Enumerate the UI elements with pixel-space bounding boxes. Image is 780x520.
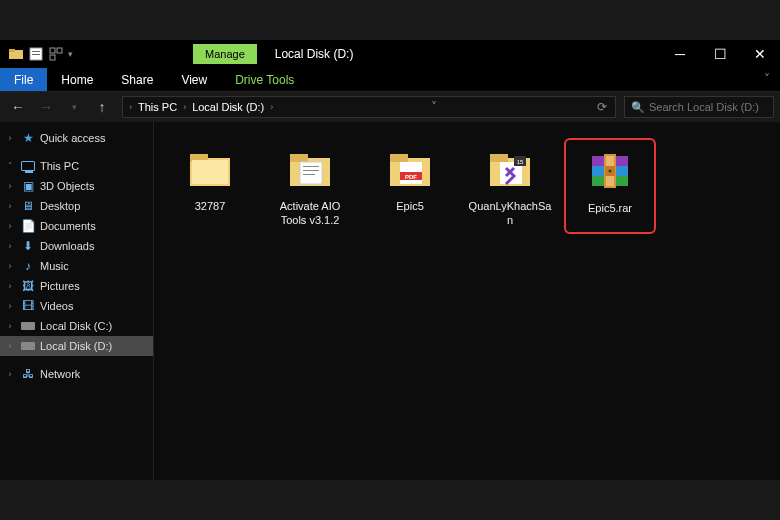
- qat-dropdown-icon[interactable]: ▾: [68, 49, 73, 59]
- svg-rect-12: [290, 154, 308, 162]
- sidebar-label: Downloads: [40, 240, 94, 252]
- sidebar-item-desktop[interactable]: › 🖥 Desktop: [0, 196, 153, 216]
- chevron-right-icon[interactable]: ›: [4, 201, 16, 211]
- folder-icon: [8, 46, 24, 62]
- chevron-right-icon[interactable]: ›: [127, 102, 134, 112]
- sidebar-label: Desktop: [40, 200, 80, 212]
- maximize-button[interactable]: ☐: [700, 40, 740, 68]
- sidebar-label: This PC: [40, 160, 79, 172]
- sidebar-item-pictures[interactable]: › 🖼 Pictures: [0, 276, 153, 296]
- star-icon: ★: [20, 130, 36, 146]
- sidebar-label: 3D Objects: [40, 180, 94, 192]
- refresh-icon[interactable]: ⟳: [593, 100, 611, 114]
- network-icon: 🖧: [20, 366, 36, 382]
- chevron-right-icon[interactable]: ›: [4, 133, 16, 143]
- manage-contextual-tab[interactable]: Manage: [193, 44, 257, 64]
- folder-pdf-icon: PDF: [384, 144, 436, 196]
- file-name: Epic5: [396, 200, 424, 214]
- svg-rect-5: [50, 48, 55, 53]
- tab-share[interactable]: Share: [107, 68, 167, 91]
- titlebar: ▾ Manage Local Disk (D:) ─ ☐ ✕: [0, 40, 780, 68]
- forward-button[interactable]: →: [34, 95, 58, 119]
- chevron-right-icon[interactable]: ›: [4, 369, 16, 379]
- window-title: Local Disk (D:): [275, 47, 354, 61]
- chevron-right-icon[interactable]: ›: [181, 102, 188, 112]
- address-dropdown-icon[interactable]: ˅: [427, 100, 441, 114]
- svg-rect-14: [303, 166, 319, 167]
- sidebar-item-network[interactable]: › 🖧 Network: [0, 364, 153, 384]
- back-button[interactable]: ←: [6, 95, 30, 119]
- svg-text:PDF: PDF: [405, 174, 417, 180]
- sidebar-label: Music: [40, 260, 69, 272]
- cube-icon: ▣: [20, 178, 36, 194]
- properties-icon[interactable]: [28, 46, 44, 62]
- close-button[interactable]: ✕: [740, 40, 780, 68]
- address-bar[interactable]: › This PC › Local Disk (D:) › ˅ ⟳: [122, 96, 616, 118]
- chevron-right-icon[interactable]: ›: [268, 102, 275, 112]
- svg-rect-18: [390, 154, 408, 162]
- tab-view[interactable]: View: [167, 68, 221, 91]
- svg-rect-3: [32, 51, 40, 52]
- checkbox-icon[interactable]: [48, 46, 64, 62]
- search-placeholder: Search Local Disk (D:): [649, 101, 759, 113]
- documents-icon: 📄: [20, 218, 36, 234]
- breadcrumb-local-disk-d[interactable]: Local Disk (D:): [188, 101, 268, 113]
- tab-home[interactable]: Home: [47, 68, 107, 91]
- sidebar-item-quick-access[interactable]: › ★ Quick access: [0, 128, 153, 148]
- svg-rect-23: [490, 154, 508, 162]
- folder-item[interactable]: PDF Epic5: [364, 138, 456, 234]
- sidebar-item-videos[interactable]: › 🎞 Videos: [0, 296, 153, 316]
- folder-vs-icon: 15: [484, 144, 536, 196]
- svg-rect-6: [57, 48, 62, 53]
- svg-rect-16: [303, 174, 315, 175]
- chevron-right-icon[interactable]: ›: [4, 321, 16, 331]
- file-name: QuanLyKhachSan: [466, 200, 554, 228]
- downloads-icon: ⬇: [20, 238, 36, 254]
- sidebar-item-music[interactable]: › ♪ Music: [0, 256, 153, 276]
- chevron-right-icon[interactable]: ›: [4, 261, 16, 271]
- svg-rect-10: [192, 160, 228, 184]
- sidebar-item-downloads[interactable]: › ⬇ Downloads: [0, 236, 153, 256]
- chevron-down-icon[interactable]: ˅: [4, 161, 16, 171]
- chevron-right-icon[interactable]: ›: [4, 281, 16, 291]
- pictures-icon: 🖼: [20, 278, 36, 294]
- svg-rect-1: [9, 49, 15, 52]
- sidebar-label: Quick access: [40, 132, 105, 144]
- sidebar-item-documents[interactable]: › 📄 Documents: [0, 216, 153, 236]
- chevron-right-icon[interactable]: ›: [4, 181, 16, 191]
- sidebar-label: Documents: [40, 220, 96, 232]
- navigation-pane: › ★ Quick access ˅ This PC › ▣ 3D Object…: [0, 122, 154, 480]
- drive-icon: [20, 338, 36, 354]
- svg-text:15: 15: [517, 159, 524, 165]
- up-button[interactable]: ↑: [90, 95, 114, 119]
- file-list[interactable]: 32787 Activate AIO Tools v3.1.2 PDF Epic…: [154, 122, 780, 480]
- folder-item[interactable]: 32787: [164, 138, 256, 234]
- music-icon: ♪: [20, 258, 36, 274]
- folder-item[interactable]: 15 QuanLyKhachSan: [464, 138, 556, 234]
- recent-dropdown-icon[interactable]: ▾: [62, 95, 86, 119]
- ribbon-expand-icon[interactable]: ˅: [754, 68, 780, 91]
- chevron-right-icon[interactable]: ›: [4, 241, 16, 251]
- rar-file-item[interactable]: Epic5.rar: [564, 138, 656, 234]
- tab-file[interactable]: File: [0, 68, 47, 91]
- chevron-right-icon[interactable]: ›: [4, 301, 16, 311]
- sidebar-item-local-disk-d[interactable]: › Local Disk (D:): [0, 336, 153, 356]
- pc-icon: [20, 158, 36, 174]
- breadcrumb-this-pc[interactable]: This PC: [134, 101, 181, 113]
- search-icon: 🔍: [631, 101, 645, 114]
- videos-icon: 🎞: [20, 298, 36, 314]
- svg-rect-7: [50, 55, 55, 60]
- tab-drive-tools[interactable]: Drive Tools: [221, 68, 308, 91]
- sidebar-item-this-pc[interactable]: ˅ This PC: [0, 156, 153, 176]
- folder-item[interactable]: Activate AIO Tools v3.1.2: [264, 138, 356, 234]
- search-input[interactable]: 🔍 Search Local Disk (D:): [624, 96, 774, 118]
- file-name: Epic5.rar: [588, 202, 632, 216]
- chevron-right-icon[interactable]: ›: [4, 221, 16, 231]
- chevron-right-icon[interactable]: ›: [4, 341, 16, 351]
- minimize-button[interactable]: ─: [660, 40, 700, 68]
- sidebar-label: Pictures: [40, 280, 80, 292]
- svg-point-33: [609, 170, 612, 173]
- sidebar-item-3d-objects[interactable]: › ▣ 3D Objects: [0, 176, 153, 196]
- sidebar-item-local-disk-c[interactable]: › Local Disk (C:): [0, 316, 153, 336]
- svg-rect-15: [303, 170, 319, 171]
